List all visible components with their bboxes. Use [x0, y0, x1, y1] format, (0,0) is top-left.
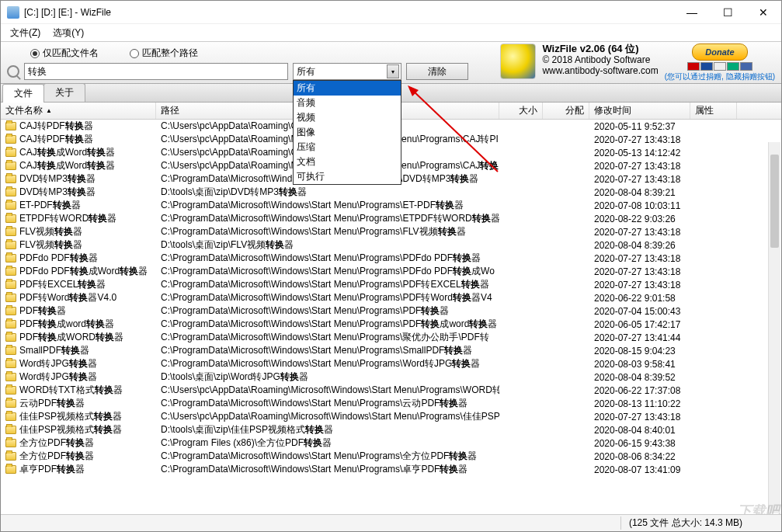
filter-option[interactable]: 可执行 [294, 169, 401, 184]
col-alloc[interactable]: 分配 [543, 103, 589, 119]
search-icon [7, 65, 19, 78]
menubar: 文件(Z) 选项(Y) [1, 24, 781, 41]
toolbar: 仅匹配文件名 匹配整个路径 所有 ▾ 所有音频视频图像压缩文档可执行 清除 Wi… [1, 41, 781, 84]
folder-icon [5, 294, 16, 302]
filter-value: 所有 [297, 65, 315, 78]
folder-icon [5, 439, 16, 447]
table-row[interactable]: SmallPDF转换器C:\ProgramData\Microsoft\Wind… [1, 344, 781, 357]
folder-icon [5, 267, 16, 276]
table-row[interactable]: FLV视频转换器C:\ProgramData\Microsoft\Windows… [1, 225, 781, 238]
clear-button[interactable]: 清除 [406, 63, 468, 80]
maximize-button[interactable]: ☐ [710, 1, 746, 24]
folder-icon [5, 214, 16, 223]
folder-icon [5, 386, 16, 395]
folder-icon [5, 465, 16, 474]
tab-about[interactable]: 关于 [43, 83, 85, 102]
folder-icon [5, 373, 16, 381]
folder-icon [5, 175, 16, 183]
app-icon [7, 6, 19, 19]
filter-select[interactable]: 所有 ▾ 所有音频视频图像压缩文档可执行 [293, 63, 401, 80]
scrollbar[interactable] [768, 142, 780, 513]
folder-icon [5, 346, 16, 355]
table-row[interactable]: 全方位PDF转换器C:\Program Files (x86)\全方位PDF转换… [1, 436, 781, 450]
table-row[interactable]: PDF转EXCEL转换器C:\ProgramData\Microsoft\Win… [1, 278, 781, 291]
table-row[interactable]: ET-PDF转换器C:\ProgramData\Microsoft\Window… [1, 199, 781, 212]
radio-full-path[interactable]: 匹配整个路径 [130, 47, 198, 60]
filter-dropdown: 所有音频视频图像压缩文档可执行 [293, 80, 401, 185]
table-row[interactable]: ETPDF转WORD转换器C:\ProgramData\Microsoft\Wi… [1, 212, 781, 225]
folder-icon [5, 426, 16, 434]
filter-option[interactable]: 音频 [294, 96, 401, 110]
donate-button[interactable]: Donate [692, 43, 748, 61]
radio-icon [130, 49, 139, 58]
menu-options[interactable]: 选项(Y) [47, 25, 90, 41]
brand-text: WizFile v2.06 (64 位) © 2018 Antibody Sof… [542, 43, 658, 76]
folder-icon [5, 307, 16, 315]
menu-file[interactable]: 文件(Z) [4, 25, 47, 41]
table-row[interactable]: 佳佳PSP视频格式转换器C:\Users\pc\AppData\Roaming\… [1, 410, 781, 423]
table-row[interactable]: Word转JPG转换器D:\tools\桌面\zip\Word转JPG转换器20… [1, 370, 781, 384]
payment-icons [665, 62, 775, 71]
folder-icon [5, 122, 16, 130]
table-row[interactable]: PDF转换成WORD转换器C:\ProgramData\Microsoft\Wi… [1, 331, 781, 344]
folder-icon [5, 333, 16, 342]
folder-icon [5, 148, 16, 157]
folder-icon [5, 320, 16, 329]
table-row[interactable]: FLV视频转换器D:\tools\桌面\zip\FLV视频转换器2020-08-… [1, 238, 781, 252]
table-row[interactable]: Word转JPG转换器C:\ProgramData\Microsoft\Wind… [1, 357, 781, 370]
minimize-button[interactable]: — [674, 1, 710, 24]
filter-option[interactable]: 所有 [294, 81, 401, 96]
table-row[interactable]: 云动PDF转换器C:\ProgramData\Microsoft\Windows… [1, 397, 781, 410]
folder-icon [5, 201, 16, 210]
filter-option[interactable]: 视频 [294, 110, 401, 125]
statusbar: (125 文件 总大小: 14.3 MB) [1, 514, 781, 531]
scroll-thumb[interactable] [770, 155, 779, 248]
folder-icon [5, 162, 16, 170]
brand-icon [500, 43, 536, 79]
table-row[interactable]: PDF转换成word转换器C:\ProgramData\Microsoft\Wi… [1, 318, 781, 331]
folder-icon [5, 135, 16, 144]
folder-icon [5, 452, 16, 461]
table-row[interactable]: 卓亨PDF转换器C:\ProgramData\Microsoft\Windows… [1, 463, 781, 476]
table-row[interactable]: PDFdo PDF转换成Word转换器C:\ProgramData\Micros… [1, 265, 781, 278]
search-input[interactable] [24, 63, 288, 80]
table-row[interactable]: PDFdo PDF转换器C:\ProgramData\Microsoft\Win… [1, 252, 781, 265]
filter-option[interactable]: 图像 [294, 125, 401, 140]
radio-icon [30, 49, 40, 58]
titlebar: [C:] [D:] [E:] - WizFile — ☐ ✕ [1, 1, 781, 24]
col-name[interactable]: 文件名称▲ [1, 103, 156, 119]
col-mod[interactable]: 修改时间 [589, 103, 690, 119]
table-row[interactable]: WORD转TXT格式转换器C:\Users\pc\AppData\Roaming… [1, 384, 781, 397]
table-row[interactable]: PDF转Word转换器V4.0C:\ProgramData\Microsoft\… [1, 291, 781, 304]
folder-icon [5, 280, 16, 289]
folder-icon [5, 254, 16, 263]
folder-icon [5, 412, 16, 421]
radio-name-only[interactable]: 仅匹配文件名 [30, 47, 99, 60]
donate-note: (您可以通过捐赠, 隐藏捐赠按钮) [665, 71, 775, 82]
folder-icon [5, 241, 16, 249]
filter-option[interactable]: 文档 [294, 155, 401, 169]
table-row[interactable]: PDF转换器C:\ProgramData\Microsoft\Windows\S… [1, 304, 781, 318]
col-size[interactable]: 大小 [499, 103, 543, 119]
table-row[interactable]: 全方位PDF转换器C:\ProgramData\Microsoft\Window… [1, 450, 781, 463]
folder-icon [5, 399, 16, 408]
chevron-down-icon[interactable]: ▾ [387, 64, 399, 78]
folder-icon [5, 228, 16, 236]
filter-option[interactable]: 压缩 [294, 140, 401, 155]
col-attr[interactable]: 属性 [690, 103, 737, 119]
status-text: (125 文件 总大小: 14.3 MB) [620, 516, 750, 530]
folder-icon [5, 360, 16, 368]
tab-file[interactable]: 文件 [2, 84, 44, 103]
close-button[interactable]: ✕ [746, 1, 781, 24]
table-row[interactable]: 佳佳PSP视频格式转换器D:\tools\桌面\zip\佳佳PSP视频格式转换器… [1, 423, 781, 436]
folder-icon [5, 188, 16, 196]
window-title: [C:] [D:] [E:] - WizFile [24, 7, 674, 18]
table-row[interactable]: DVD转MP3转换器D:\tools\桌面\zip\DVD转MP3转换器2020… [1, 186, 781, 199]
